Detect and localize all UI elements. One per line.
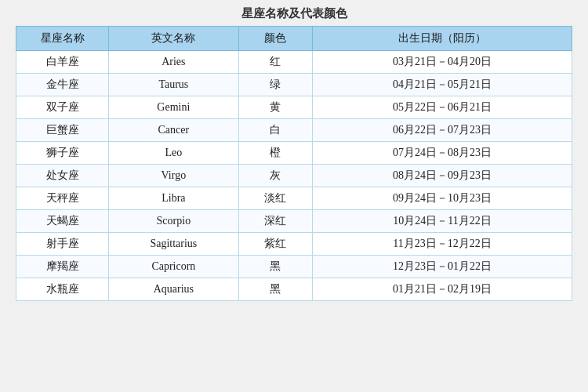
table-row: 水瓶座Aquarius黑01月21日－02月19日 [16,278,572,301]
cell-date: 06月22日－07月23日 [313,119,572,142]
table-row: 处女座Virgo灰08月24日－09月23日 [16,165,572,187]
cell-zh-name: 水瓶座 [16,278,109,301]
header-en-name: 英文名称 [109,27,238,51]
cell-en-name: Virgo [109,165,238,187]
cell-zh-name: 金牛座 [16,74,109,96]
table-header-row: 星座名称 英文名称 颜色 出生日期（阳历） [16,27,572,51]
cell-en-name: Taurus [109,74,238,96]
header-color: 颜色 [238,27,313,51]
cell-color: 红 [238,51,313,74]
table-row: 金牛座Taurus绿04月21日－05月21日 [16,74,572,96]
cell-en-name: Leo [109,142,238,165]
cell-color: 橙 [238,142,313,165]
cell-en-name: Aquarius [109,278,238,301]
cell-en-name: Cancer [109,119,238,142]
cell-zh-name: 白羊座 [16,51,109,74]
table-container: 星座名称 英文名称 颜色 出生日期（阳历） 白羊座Aries红03月21日－04… [16,26,572,301]
cell-en-name: Aries [109,51,238,74]
cell-date: 10月24日－11月22日 [313,210,572,233]
cell-date: 04月21日－05月21日 [313,74,572,96]
cell-date: 05月22日－06月21日 [313,96,572,119]
cell-zh-name: 天秤座 [16,187,109,210]
cell-color: 紫红 [238,233,313,256]
cell-zh-name: 双子座 [16,96,109,119]
cell-color: 黄 [238,96,313,119]
cell-zh-name: 巨蟹座 [16,119,109,142]
table-row: 白羊座Aries红03月21日－04月20日 [16,51,572,74]
cell-date: 12月23日－01月22日 [313,256,572,278]
table-row: 巨蟹座Cancer白06月22日－07月23日 [16,119,572,142]
cell-color: 深红 [238,210,313,233]
cell-color: 灰 [238,165,313,187]
cell-date: 11月23日－12月22日 [313,233,572,256]
zodiac-table: 星座名称 英文名称 颜色 出生日期（阳历） 白羊座Aries红03月21日－04… [16,26,572,301]
cell-en-name: Capricorn [109,256,238,278]
cell-zh-name: 处女座 [16,165,109,187]
cell-date: 03月21日－04月20日 [313,51,572,74]
cell-color: 淡红 [238,187,313,210]
table-body: 白羊座Aries红03月21日－04月20日金牛座Taurus绿04月21日－0… [16,51,572,301]
table-row: 摩羯座Capricorn黑12月23日－01月22日 [16,256,572,278]
cell-color: 绿 [238,74,313,96]
header-zh-name: 星座名称 [16,27,109,51]
cell-color: 黑 [238,256,313,278]
cell-date: 08月24日－09月23日 [313,165,572,187]
cell-zh-name: 天蝎座 [16,210,109,233]
cell-zh-name: 射手座 [16,233,109,256]
cell-date: 09月24日－10月23日 [313,187,572,210]
table-row: 射手座Sagittarius紫红11月23日－12月22日 [16,233,572,256]
cell-color: 黑 [238,278,313,301]
cell-en-name: Gemini [109,96,238,119]
page-title: 星座名称及代表颜色 [241,6,347,21]
table-row: 天蝎座Scorpio深红10月24日－11月22日 [16,210,572,233]
cell-en-name: Scorpio [109,210,238,233]
cell-date: 07月24日－08月23日 [313,142,572,165]
cell-en-name: Libra [109,187,238,210]
cell-en-name: Sagittarius [109,233,238,256]
cell-date: 01月21日－02月19日 [313,278,572,301]
cell-color: 白 [238,119,313,142]
table-row: 狮子座Leo橙07月24日－08月23日 [16,142,572,165]
header-date: 出生日期（阳历） [313,27,572,51]
cell-zh-name: 摩羯座 [16,256,109,278]
cell-zh-name: 狮子座 [16,142,109,165]
table-row: 双子座Gemini黄05月22日－06月21日 [16,96,572,119]
table-row: 天秤座Libra淡红09月24日－10月23日 [16,187,572,210]
